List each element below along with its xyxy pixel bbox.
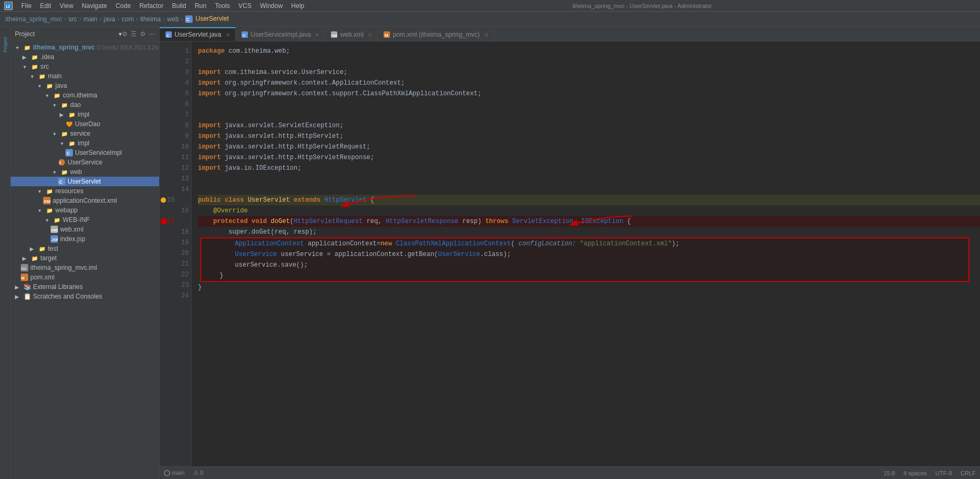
status-crlf: CRLF bbox=[960, 470, 976, 476]
tab-pomxml[interactable]: M pom.xml (itheima_spring_mvc) ✕ bbox=[378, 27, 494, 41]
code-line-8: import javax.servlet.ServletException; bbox=[198, 120, 980, 131]
tree-pomxml-label: pom.xml bbox=[30, 274, 54, 281]
tree-dao[interactable]: ▾ 📁 dao bbox=[11, 100, 159, 110]
tree-src[interactable]: ▾ 📁 src bbox=[11, 62, 159, 71]
menu-run[interactable]: Run bbox=[190, 0, 211, 12]
breadcrumb-src[interactable]: src bbox=[69, 15, 77, 23]
tree-service-impl[interactable]: ▾ 📁 impl bbox=[11, 138, 159, 148]
code-line-20: UserService userService = applicationCon… bbox=[201, 249, 968, 260]
tree-root[interactable]: ▾ 📁 itheima_spring_mvc D:\IntelliJ IDEA … bbox=[11, 43, 159, 52]
code-line-5: import org.springframework.context.suppo… bbox=[198, 88, 980, 99]
tree-userservlet[interactable]: C UserServlet bbox=[11, 177, 159, 186]
tree-target[interactable]: ▶ 📁 target bbox=[11, 253, 159, 263]
sync-icon[interactable]: ⚙ bbox=[122, 30, 128, 38]
svg-text:C: C bbox=[243, 33, 246, 38]
scratches-icon: 📋 bbox=[23, 292, 31, 301]
status-line-col: 15:8 bbox=[884, 470, 895, 476]
tree-idea[interactable]: ▶ 📁 .idea bbox=[11, 52, 159, 62]
menu-tools[interactable]: Tools bbox=[211, 0, 234, 12]
sidebar-icons: ⚙ ☰ ⚙ — bbox=[122, 30, 155, 38]
tree-target-label: target bbox=[40, 254, 57, 262]
breadcrumb-java[interactable]: java bbox=[104, 15, 115, 23]
tab-userservlet[interactable]: C UserServlet.java ✕ bbox=[160, 27, 236, 41]
target-folder-icon: 📁 bbox=[30, 254, 39, 262]
menu-edit[interactable]: Edit bbox=[36, 0, 55, 12]
code-editor[interactable]: 1 2 3 4 5 6 7 8 9 10 11 12 13 14 15 16 bbox=[160, 42, 980, 466]
tree-webinf[interactable]: ▾ 📁 WEB-INF bbox=[11, 215, 159, 225]
scratches-expand-icon: ▶ bbox=[13, 292, 21, 301]
tree-main[interactable]: ▾ 📁 main bbox=[11, 71, 159, 81]
breadcrumb-com[interactable]: com bbox=[122, 15, 134, 23]
tree-main-label: main bbox=[48, 72, 62, 80]
tree-iml[interactable]: iml itheima_spring_mvc.iml bbox=[11, 263, 159, 272]
code-line-24 bbox=[198, 293, 980, 303]
tree-webapp[interactable]: ▾ 📁 webapp bbox=[11, 205, 159, 215]
service-impl-expand-icon: ▾ bbox=[57, 139, 66, 147]
tree-userdao[interactable]: 🧡 UserDao bbox=[11, 119, 159, 129]
tab-userserviceimpl[interactable]: C UserServiceImpl.java ✕ bbox=[236, 27, 325, 41]
tree-appcontext[interactable]: XML applicationContext.xml bbox=[11, 196, 159, 205]
tree-webxml[interactable]: XML web.xml bbox=[11, 225, 159, 234]
code-line-4: import org.springframework.context.Appli… bbox=[198, 78, 980, 88]
menu-help[interactable]: Help bbox=[287, 0, 309, 12]
webxml-icon: XML bbox=[50, 225, 59, 234]
tree-webapp-label: webapp bbox=[55, 207, 78, 214]
code-line-9: import javax.servlet.http.HttpServlet; bbox=[198, 131, 980, 142]
dao-impl-folder-icon: 📁 bbox=[68, 110, 76, 119]
tree-service[interactable]: ▾ 📁 service bbox=[11, 129, 159, 138]
tree-userserviceimpl[interactable]: C UserServiceImpl bbox=[11, 148, 159, 158]
resources-expand-icon: ▾ bbox=[35, 187, 44, 195]
tab-userserviceimpl-icon: C bbox=[241, 31, 248, 38]
tree-idea-label: .idea bbox=[40, 53, 54, 61]
tree-service-impl-label: impl bbox=[78, 139, 89, 147]
idea-folder-icon: 📁 bbox=[30, 53, 39, 61]
code-content[interactable]: package com.itheima.web; import com.ithe… bbox=[192, 42, 980, 466]
code-line-6 bbox=[198, 99, 980, 110]
java-expand-icon: ▾ bbox=[35, 81, 44, 90]
svg-text:M: M bbox=[385, 33, 388, 38]
tab-pomxml-close[interactable]: ✕ bbox=[484, 32, 488, 38]
sidebar-panel: Project ▾ ⚙ ☰ ⚙ — ▾ 📁 itheima_spring_mvc… bbox=[11, 27, 160, 479]
tree-userservice[interactable]: I UserService bbox=[11, 158, 159, 167]
menu-vcs[interactable]: VCS bbox=[234, 0, 256, 12]
menu-view[interactable]: View bbox=[55, 0, 78, 12]
menu-code[interactable]: Code bbox=[111, 0, 135, 12]
breadcrumb-web[interactable]: web bbox=[167, 15, 179, 23]
breadcrumb-userservlet[interactable]: C UserServlet bbox=[185, 15, 229, 23]
code-line-16: @Override bbox=[198, 205, 980, 216]
gear-icon[interactable]: ⚙ bbox=[140, 30, 146, 38]
menu-window[interactable]: Window bbox=[256, 0, 287, 12]
menu-file[interactable]: File bbox=[17, 0, 36, 12]
menu-refactor[interactable]: Refactor bbox=[135, 0, 168, 12]
java-folder-icon: 📁 bbox=[45, 81, 54, 90]
tree-indexjsp[interactable]: JSP index.jsp bbox=[11, 234, 159, 244]
tree-pomxml[interactable]: M pom.xml bbox=[11, 272, 159, 282]
tree-extlib[interactable]: ▶ 📚 External Libraries bbox=[11, 282, 159, 292]
tree-java[interactable]: ▾ 📁 java bbox=[11, 81, 159, 90]
service-impl-folder-icon: 📁 bbox=[68, 139, 76, 147]
tree-test[interactable]: ▶ 📁 test bbox=[11, 244, 159, 253]
tree-web[interactable]: ▾ 📁 web bbox=[11, 167, 159, 177]
tree-com-itheima[interactable]: ▾ 📁 com.itheima bbox=[11, 90, 159, 100]
tree-java-label: java bbox=[55, 82, 67, 89]
svg-text:JSP: JSP bbox=[52, 238, 58, 242]
vtab-project[interactable]: Project bbox=[1, 29, 10, 61]
collapse-icon[interactable]: ☰ bbox=[131, 30, 137, 38]
minimize-icon[interactable]: — bbox=[149, 30, 155, 38]
tree-resources[interactable]: ▾ 📁 resources bbox=[11, 186, 159, 196]
tab-userserviceimpl-close[interactable]: ✕ bbox=[315, 32, 319, 38]
tab-webxml-close[interactable]: ✕ bbox=[368, 32, 372, 38]
tree-scratches[interactable]: ▶ 📋 Scratches and Consoles bbox=[11, 292, 159, 301]
tree-iml-label: itheima_spring_mvc.iml bbox=[30, 264, 97, 271]
menu-navigate[interactable]: Navigate bbox=[78, 0, 111, 12]
tab-webxml[interactable]: XML web.xml ✕ bbox=[325, 27, 378, 41]
tree-userservice-label: UserService bbox=[68, 159, 102, 166]
breadcrumb-main[interactable]: main bbox=[84, 15, 97, 23]
pomxml-icon: M bbox=[20, 273, 29, 282]
breadcrumb-itheima[interactable]: itheima bbox=[140, 15, 161, 23]
tab-userservlet-close[interactable]: ✕ bbox=[226, 32, 230, 38]
menu-build[interactable]: Build bbox=[168, 0, 190, 12]
web-expand-icon: ▾ bbox=[50, 168, 59, 176]
breadcrumb-project[interactable]: itheima_spring_mvc bbox=[5, 15, 62, 23]
tree-dao-impl[interactable]: ▶ 📁 impl bbox=[11, 110, 159, 119]
